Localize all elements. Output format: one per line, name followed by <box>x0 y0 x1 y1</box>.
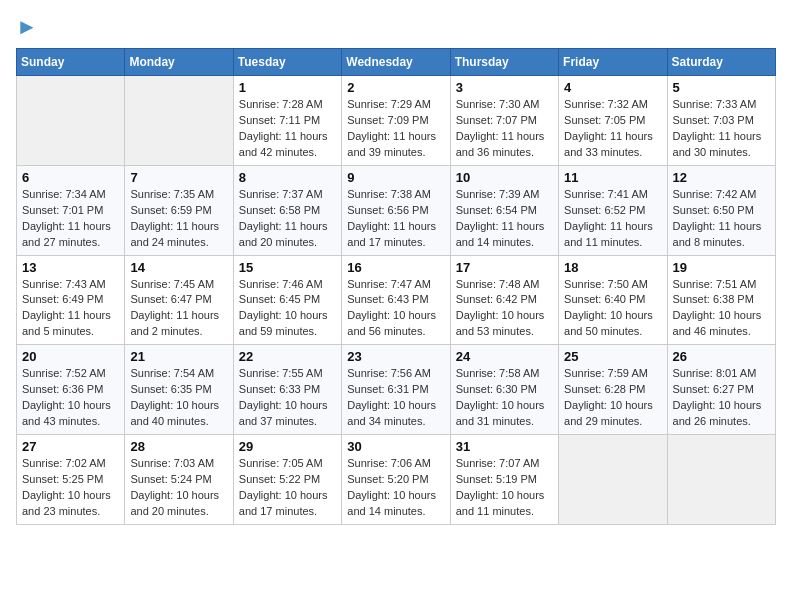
calendar-cell: 15Sunrise: 7:46 AM Sunset: 6:45 PM Dayli… <box>233 255 341 345</box>
calendar-cell: 30Sunrise: 7:06 AM Sunset: 5:20 PM Dayli… <box>342 435 450 525</box>
day-info: Sunrise: 7:50 AM Sunset: 6:40 PM Dayligh… <box>564 277 661 341</box>
calendar-cell: 24Sunrise: 7:58 AM Sunset: 6:30 PM Dayli… <box>450 345 558 435</box>
day-info: Sunrise: 8:01 AM Sunset: 6:27 PM Dayligh… <box>673 366 770 430</box>
day-number: 6 <box>22 170 119 185</box>
day-number: 28 <box>130 439 227 454</box>
day-info: Sunrise: 7:37 AM Sunset: 6:58 PM Dayligh… <box>239 187 336 251</box>
calendar-cell: 16Sunrise: 7:47 AM Sunset: 6:43 PM Dayli… <box>342 255 450 345</box>
day-number: 19 <box>673 260 770 275</box>
day-info: Sunrise: 7:39 AM Sunset: 6:54 PM Dayligh… <box>456 187 553 251</box>
day-number: 20 <box>22 349 119 364</box>
calendar-cell <box>667 435 775 525</box>
day-info: Sunrise: 7:02 AM Sunset: 5:25 PM Dayligh… <box>22 456 119 520</box>
day-info: Sunrise: 7:58 AM Sunset: 6:30 PM Dayligh… <box>456 366 553 430</box>
calendar-cell: 29Sunrise: 7:05 AM Sunset: 5:22 PM Dayli… <box>233 435 341 525</box>
calendar-cell: 14Sunrise: 7:45 AM Sunset: 6:47 PM Dayli… <box>125 255 233 345</box>
calendar-cell: 6Sunrise: 7:34 AM Sunset: 7:01 PM Daylig… <box>17 165 125 255</box>
calendar-cell: 31Sunrise: 7:07 AM Sunset: 5:19 PM Dayli… <box>450 435 558 525</box>
day-number: 23 <box>347 349 444 364</box>
day-number: 3 <box>456 80 553 95</box>
day-info: Sunrise: 7:54 AM Sunset: 6:35 PM Dayligh… <box>130 366 227 430</box>
calendar-cell: 12Sunrise: 7:42 AM Sunset: 6:50 PM Dayli… <box>667 165 775 255</box>
weekday-header-wednesday: Wednesday <box>342 49 450 76</box>
day-info: Sunrise: 7:06 AM Sunset: 5:20 PM Dayligh… <box>347 456 444 520</box>
day-info: Sunrise: 7:47 AM Sunset: 6:43 PM Dayligh… <box>347 277 444 341</box>
page-header: ► <box>16 16 776 38</box>
day-number: 18 <box>564 260 661 275</box>
day-number: 22 <box>239 349 336 364</box>
day-number: 29 <box>239 439 336 454</box>
day-info: Sunrise: 7:46 AM Sunset: 6:45 PM Dayligh… <box>239 277 336 341</box>
week-row-1: 1Sunrise: 7:28 AM Sunset: 7:11 PM Daylig… <box>17 76 776 166</box>
week-row-5: 27Sunrise: 7:02 AM Sunset: 5:25 PM Dayli… <box>17 435 776 525</box>
day-info: Sunrise: 7:41 AM Sunset: 6:52 PM Dayligh… <box>564 187 661 251</box>
calendar-cell: 18Sunrise: 7:50 AM Sunset: 6:40 PM Dayli… <box>559 255 667 345</box>
day-number: 24 <box>456 349 553 364</box>
day-info: Sunrise: 7:55 AM Sunset: 6:33 PM Dayligh… <box>239 366 336 430</box>
calendar-cell: 3Sunrise: 7:30 AM Sunset: 7:07 PM Daylig… <box>450 76 558 166</box>
calendar-cell: 2Sunrise: 7:29 AM Sunset: 7:09 PM Daylig… <box>342 76 450 166</box>
calendar-cell: 13Sunrise: 7:43 AM Sunset: 6:49 PM Dayli… <box>17 255 125 345</box>
calendar-cell: 11Sunrise: 7:41 AM Sunset: 6:52 PM Dayli… <box>559 165 667 255</box>
logo: ► <box>16 16 38 38</box>
day-number: 13 <box>22 260 119 275</box>
day-number: 17 <box>456 260 553 275</box>
day-number: 25 <box>564 349 661 364</box>
weekday-header-monday: Monday <box>125 49 233 76</box>
day-number: 7 <box>130 170 227 185</box>
day-number: 11 <box>564 170 661 185</box>
day-info: Sunrise: 7:42 AM Sunset: 6:50 PM Dayligh… <box>673 187 770 251</box>
day-number: 5 <box>673 80 770 95</box>
week-row-3: 13Sunrise: 7:43 AM Sunset: 6:49 PM Dayli… <box>17 255 776 345</box>
calendar-cell: 27Sunrise: 7:02 AM Sunset: 5:25 PM Dayli… <box>17 435 125 525</box>
day-number: 31 <box>456 439 553 454</box>
calendar-cell: 7Sunrise: 7:35 AM Sunset: 6:59 PM Daylig… <box>125 165 233 255</box>
calendar-cell: 19Sunrise: 7:51 AM Sunset: 6:38 PM Dayli… <box>667 255 775 345</box>
weekday-header-tuesday: Tuesday <box>233 49 341 76</box>
calendar-cell: 23Sunrise: 7:56 AM Sunset: 6:31 PM Dayli… <box>342 345 450 435</box>
weekday-header-saturday: Saturday <box>667 49 775 76</box>
calendar-cell: 21Sunrise: 7:54 AM Sunset: 6:35 PM Dayli… <box>125 345 233 435</box>
calendar-cell: 10Sunrise: 7:39 AM Sunset: 6:54 PM Dayli… <box>450 165 558 255</box>
day-info: Sunrise: 7:43 AM Sunset: 6:49 PM Dayligh… <box>22 277 119 341</box>
day-info: Sunrise: 7:07 AM Sunset: 5:19 PM Dayligh… <box>456 456 553 520</box>
day-number: 30 <box>347 439 444 454</box>
week-row-4: 20Sunrise: 7:52 AM Sunset: 6:36 PM Dayli… <box>17 345 776 435</box>
day-info: Sunrise: 7:48 AM Sunset: 6:42 PM Dayligh… <box>456 277 553 341</box>
day-info: Sunrise: 7:35 AM Sunset: 6:59 PM Dayligh… <box>130 187 227 251</box>
calendar-cell: 28Sunrise: 7:03 AM Sunset: 5:24 PM Dayli… <box>125 435 233 525</box>
calendar-cell: 9Sunrise: 7:38 AM Sunset: 6:56 PM Daylig… <box>342 165 450 255</box>
day-number: 26 <box>673 349 770 364</box>
week-row-2: 6Sunrise: 7:34 AM Sunset: 7:01 PM Daylig… <box>17 165 776 255</box>
day-number: 10 <box>456 170 553 185</box>
day-number: 12 <box>673 170 770 185</box>
day-info: Sunrise: 7:33 AM Sunset: 7:03 PM Dayligh… <box>673 97 770 161</box>
weekday-header-sunday: Sunday <box>17 49 125 76</box>
calendar-cell: 22Sunrise: 7:55 AM Sunset: 6:33 PM Dayli… <box>233 345 341 435</box>
calendar-cell: 26Sunrise: 8:01 AM Sunset: 6:27 PM Dayli… <box>667 345 775 435</box>
day-info: Sunrise: 7:28 AM Sunset: 7:11 PM Dayligh… <box>239 97 336 161</box>
day-info: Sunrise: 7:29 AM Sunset: 7:09 PM Dayligh… <box>347 97 444 161</box>
weekday-header-row: SundayMondayTuesdayWednesdayThursdayFrid… <box>17 49 776 76</box>
weekday-header-thursday: Thursday <box>450 49 558 76</box>
calendar-cell: 20Sunrise: 7:52 AM Sunset: 6:36 PM Dayli… <box>17 345 125 435</box>
logo-text: ► <box>16 16 38 38</box>
day-info: Sunrise: 7:45 AM Sunset: 6:47 PM Dayligh… <box>130 277 227 341</box>
day-info: Sunrise: 7:34 AM Sunset: 7:01 PM Dayligh… <box>22 187 119 251</box>
day-info: Sunrise: 7:38 AM Sunset: 6:56 PM Dayligh… <box>347 187 444 251</box>
calendar-cell <box>17 76 125 166</box>
calendar-cell: 1Sunrise: 7:28 AM Sunset: 7:11 PM Daylig… <box>233 76 341 166</box>
day-number: 21 <box>130 349 227 364</box>
calendar-table: SundayMondayTuesdayWednesdayThursdayFrid… <box>16 48 776 525</box>
day-number: 15 <box>239 260 336 275</box>
calendar-cell: 17Sunrise: 7:48 AM Sunset: 6:42 PM Dayli… <box>450 255 558 345</box>
calendar-cell: 25Sunrise: 7:59 AM Sunset: 6:28 PM Dayli… <box>559 345 667 435</box>
calendar-cell: 4Sunrise: 7:32 AM Sunset: 7:05 PM Daylig… <box>559 76 667 166</box>
day-info: Sunrise: 7:59 AM Sunset: 6:28 PM Dayligh… <box>564 366 661 430</box>
day-number: 4 <box>564 80 661 95</box>
day-info: Sunrise: 7:03 AM Sunset: 5:24 PM Dayligh… <box>130 456 227 520</box>
day-number: 27 <box>22 439 119 454</box>
day-info: Sunrise: 7:51 AM Sunset: 6:38 PM Dayligh… <box>673 277 770 341</box>
day-number: 1 <box>239 80 336 95</box>
weekday-header-friday: Friday <box>559 49 667 76</box>
